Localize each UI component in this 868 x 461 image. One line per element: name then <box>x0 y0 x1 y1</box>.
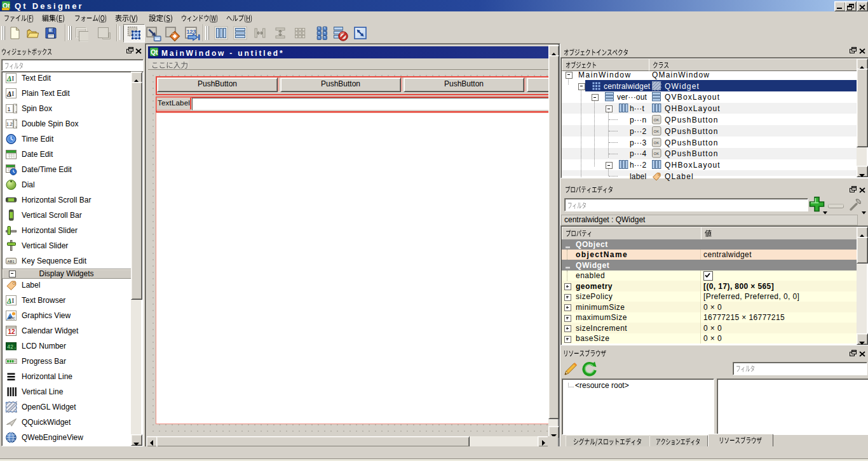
svg-text:I: I <box>12 297 15 304</box>
svg-text:OK: OK <box>654 152 660 156</box>
svg-text:abc: abc <box>8 316 15 320</box>
svg-text:A: A <box>6 90 11 97</box>
svg-text:123: 123 <box>187 29 196 35</box>
svg-text:I: I <box>12 90 15 97</box>
svg-text:1: 1 <box>8 106 11 112</box>
svg-text:A: A <box>6 297 11 304</box>
svg-text:I: I <box>12 74 15 82</box>
svg-text:Qt: Qt <box>151 49 158 56</box>
svg-text:OK: OK <box>654 118 660 122</box>
svg-text:AB1: AB1 <box>8 260 15 264</box>
svg-text:12: 12 <box>8 328 16 335</box>
svg-text:OK: OK <box>654 130 660 133</box>
svg-text:42.: 42. <box>7 344 17 351</box>
svg-text:1.2: 1.2 <box>6 122 13 126</box>
svg-text:OK: OK <box>654 141 660 145</box>
svg-text:A: A <box>6 74 11 82</box>
